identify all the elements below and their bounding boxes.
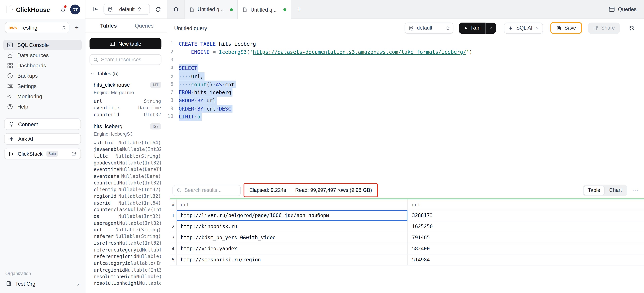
tab-tables[interactable]: Tables — [100, 22, 117, 29]
query-tab-2[interactable]: Untitled q... — [238, 0, 291, 19]
row-index: 1 — [170, 210, 176, 221]
cnt-cell[interactable]: 1625250 — [408, 221, 644, 232]
ask-ai-button[interactable]: Ask AI — [4, 133, 81, 145]
tab-label: Untitled q... — [250, 7, 280, 13]
result-row[interactable]: 1http://liver.ru/belgorod/page/1006.jки/… — [170, 210, 644, 221]
query-title[interactable]: Untitled query — [174, 25, 207, 31]
editor-database-selector[interactable]: default — [404, 22, 454, 34]
code-line[interactable]: 1CREATE TABLE hits_iceberg — [167, 40, 644, 48]
result-row[interactable]: 2http://kinopoisk.ru1625250 — [170, 221, 644, 232]
column-name: os — [94, 213, 100, 219]
more-options-icon[interactable]: ⋯ — [632, 187, 638, 194]
search-results-field[interactable] — [184, 187, 236, 193]
code-line[interactable]: 4SELECT — [167, 64, 644, 72]
sidebar-item-data-sources[interactable]: Data sources — [3, 50, 82, 60]
unsaved-changes-dot — [230, 8, 233, 11]
column-row: goodeventNullable(Int32) — [94, 159, 161, 166]
save-button[interactable]: Save — [550, 22, 582, 34]
clickstack-button[interactable]: ClickStack Beta — [4, 148, 81, 160]
search-resources-input[interactable] — [90, 54, 161, 65]
tab-queries[interactable]: Queries — [135, 22, 154, 29]
table-view-toggle[interactable]: Table — [584, 186, 605, 195]
search-resources-field[interactable] — [101, 57, 158, 63]
column-row: titleNullable(String) — [94, 153, 161, 159]
code-line[interactable]: 9ORDER·BY·cnt·DESC — [167, 105, 644, 113]
url-cell[interactable]: http://kinopoisk.ru — [176, 221, 408, 232]
code-line[interactable]: 3 — [167, 56, 644, 64]
code-line[interactable]: 2 ENGINE = IcebergS3('https://datasets-d… — [167, 48, 644, 56]
results-panel: Elapsed: 9.224s Read: 99,997,497 rows (9… — [167, 182, 644, 293]
sidebar-item-monitoring[interactable]: Monitoring — [3, 91, 82, 102]
run-options-button[interactable] — [486, 22, 496, 34]
home-button[interactable] — [167, 0, 184, 19]
line-number: 10 — [167, 113, 179, 121]
result-row[interactable]: 5http://smeshariki.ru/region514984 — [170, 254, 644, 265]
code-line[interactable]: 8GROUP·BY·url — [167, 97, 644, 105]
url-cell[interactable]: http://bdsm_po_yers=0&with_video — [176, 232, 408, 243]
table-name[interactable]: hits_clickhouse — [94, 82, 150, 88]
sql-ai-selector[interactable]: SQL AI — [504, 22, 543, 34]
cnt-cell[interactable]: 3288173 — [408, 210, 644, 221]
beta-badge: Beta — [46, 151, 58, 157]
url-cell[interactable]: http://video.yandex — [176, 243, 408, 254]
aws-logo: aws — [8, 25, 17, 30]
column-row: referercategoryidNullable(I — [94, 246, 161, 253]
column-name: isrefresh — [94, 240, 119, 246]
column-type: Nullable(String) — [116, 227, 161, 232]
sidebar-item-label: Backups — [17, 73, 38, 79]
sidebar-item-settings[interactable]: Settings — [3, 81, 82, 91]
column-type: UInt32 — [144, 112, 161, 117]
result-row[interactable]: 4http://video.yandex582400 — [170, 243, 644, 254]
code-line[interactable]: 6····count()·AS·cnt — [167, 80, 644, 88]
chart-view-toggle[interactable]: Chart — [605, 186, 626, 195]
cnt-cell[interactable]: 791465 — [408, 232, 644, 243]
header-cnt[interactable]: cnt — [408, 199, 644, 210]
column-row: regionidNullable(Int32) — [94, 193, 161, 200]
code-token: ORDER — [179, 106, 194, 112]
row-index: 2 — [170, 221, 176, 232]
notifications-button[interactable] — [59, 5, 67, 14]
query-history-button[interactable] — [626, 22, 638, 34]
query-tab-1[interactable]: Untitled q... — [184, 0, 238, 19]
sidebar-item-dashboards[interactable]: Dashboards — [3, 61, 82, 71]
refresh-icon — [155, 7, 161, 12]
tables-section-header[interactable]: Tables (5) — [90, 71, 162, 77]
add-workspace-button[interactable]: + — [72, 24, 82, 31]
sidebar-item-backups[interactable]: Backups — [3, 71, 82, 81]
code-line[interactable]: 10LIMIT·5 — [167, 113, 644, 121]
code-text: ····count()·AS·cnt — [179, 80, 236, 88]
sidebar-item-sql-console[interactable]: SQL Console — [3, 40, 82, 50]
code-token: CREATE TABLE — [179, 41, 216, 47]
queries-button[interactable]: Queries — [602, 0, 644, 19]
monitoring-icon — [7, 93, 13, 99]
table-block-hits-iceberg: hits_iceberg IS3 Engine: IcebergS3 watch… — [86, 123, 167, 287]
sidebar-item-help[interactable]: Help — [3, 102, 82, 112]
result-row[interactable]: 3http://bdsm_po_yers=0&with_video791465 — [170, 232, 644, 243]
sql-editor[interactable]: 1CREATE TABLE hits_iceberg2 ENGINE = Ice… — [167, 37, 644, 182]
workspace-selector[interactable]: aws Testing — [5, 22, 69, 34]
code-token — [179, 49, 191, 55]
avatar[interactable]: DT — [70, 5, 80, 15]
column-type: Nullable(Int — [136, 254, 161, 259]
header-url[interactable]: url — [176, 199, 408, 210]
code-token: ( — [246, 49, 250, 55]
database-selector[interactable]: default — [104, 4, 150, 15]
url-cell[interactable]: http://liver.ru/belgorod/page/1006.jки/д… — [176, 210, 408, 221]
search-results-input[interactable] — [172, 185, 241, 196]
cnt-cell[interactable]: 582400 — [408, 243, 644, 254]
refresh-button[interactable] — [153, 4, 163, 14]
connect-button[interactable]: Connect — [4, 118, 81, 130]
code-line[interactable]: 5····url, — [167, 72, 644, 80]
organization-selector[interactable]: Test Org › — [3, 278, 82, 289]
url-cell[interactable]: http://smeshariki.ru/region — [176, 254, 408, 265]
collapse-panel-button[interactable] — [90, 4, 100, 14]
new-table-button[interactable]: New table — [90, 38, 161, 49]
run-button[interactable]: Run — [459, 22, 485, 34]
line-number: 6 — [167, 80, 179, 88]
database-icon — [108, 7, 116, 12]
new-tab-button[interactable]: + — [291, 0, 307, 19]
cnt-cell[interactable]: 514984 — [408, 254, 644, 265]
share-button[interactable]: Share — [588, 22, 620, 34]
code-line[interactable]: 7FROM·hits_iceberg — [167, 89, 644, 97]
table-name[interactable]: hits_iceberg — [94, 123, 150, 130]
